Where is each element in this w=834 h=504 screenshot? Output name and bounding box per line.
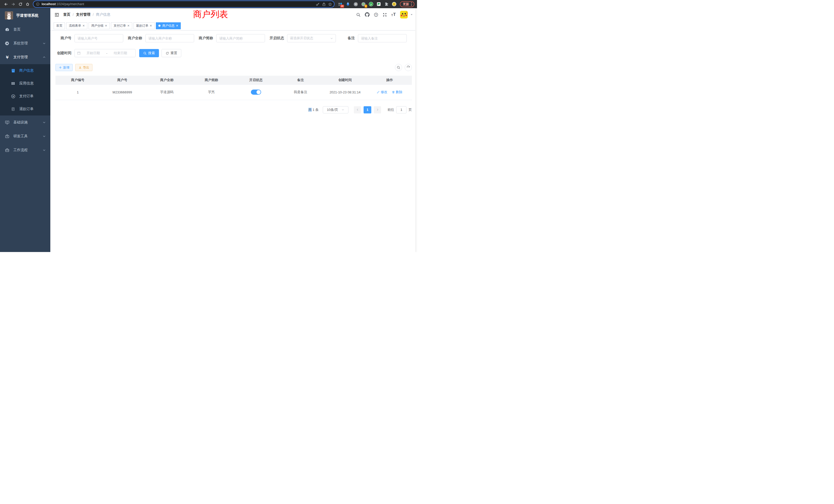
full-name-input[interactable] <box>145 34 194 42</box>
tab-refund-order[interactable]: 退款订单 ✕ <box>133 22 155 29</box>
table-toolbar: 新增 导出 <box>56 64 412 71</box>
fullscreen-icon[interactable] <box>382 13 387 17</box>
page-annotation-title: 商户列表 <box>193 8 228 20</box>
share-icon[interactable] <box>321 1 327 7</box>
app-logo-rabbit <box>5 11 13 20</box>
browser-home-button[interactable] <box>24 1 31 7</box>
sidebar-item-pay-order[interactable]: ￥ 支付订单 <box>0 90 50 102</box>
start-date-placeholder: 开始日期 <box>81 51 106 55</box>
url-text: localhost:1024/pay/merchant <box>42 2 314 6</box>
browser-toolbar: localhost:1024/pay/merchant 10 ⌘ 1 y 更新 <box>0 0 417 8</box>
sidebar-item-system[interactable]: 系统管理 <box>0 37 50 50</box>
tab-process-form[interactable]: 流程表单 ✕ <box>66 22 87 29</box>
sidebar-item-workflow[interactable]: 工作流程 <box>0 143 50 157</box>
edit-link[interactable]: 修改 <box>377 90 387 94</box>
sidebar-item-infrastructure[interactable]: 基础设施 <box>0 115 50 129</box>
sidebar-fold-icon[interactable] <box>54 12 59 17</box>
search-icon[interactable] <box>356 13 360 17</box>
browser-profile-avatar[interactable] <box>391 1 397 7</box>
export-button-label: 导出 <box>83 65 89 70</box>
merchant-no-input[interactable] <box>74 34 123 42</box>
extension-y-icon[interactable]: y <box>368 1 374 7</box>
sidebar-item-refund-order[interactable]: 退款订单 <box>0 102 50 115</box>
sidebar-item-dev-tools[interactable]: 研发工具 <box>0 129 50 143</box>
extension-badge: 10 <box>340 5 344 8</box>
next-page-button[interactable] <box>374 106 381 113</box>
user-avatar[interactable] <box>400 11 408 19</box>
sidebar-item-merchant-info[interactable]: 商户信息 <box>0 64 50 77</box>
download-icon <box>79 66 82 69</box>
goto-suffix: 页 <box>409 108 412 112</box>
breadcrumb-payment[interactable]: 支付管理 <box>76 12 90 17</box>
tab-close-icon[interactable]: ✕ <box>83 24 85 27</box>
extension-command-icon[interactable]: ⌘ <box>353 1 359 7</box>
font-size-icon[interactable]: TT <box>391 13 396 17</box>
prev-page-button[interactable] <box>354 106 361 113</box>
search-button[interactable]: 搜索 <box>139 49 159 57</box>
browser-update-button[interactable]: 更新 <box>400 1 414 7</box>
show-search-toggle-button[interactable] <box>395 64 402 71</box>
add-button[interactable]: 新增 <box>56 64 73 71</box>
tab-close-icon[interactable]: ✕ <box>127 24 129 27</box>
extensions-puzzle-icon[interactable] <box>383 1 390 7</box>
sidebar-item-label: 基础设施 <box>13 120 28 125</box>
dashboard-icon <box>5 27 10 32</box>
col-create-time: 创建时间 <box>323 76 368 85</box>
tab-close-icon[interactable]: ✕ <box>176 24 178 27</box>
extension-recorder-icon[interactable]: 1 <box>360 1 367 7</box>
select-caret-icon <box>330 37 333 40</box>
shop-icon <box>10 69 16 73</box>
tab-merchant-info-active[interactable]: 商户信息 ✕ <box>156 22 181 29</box>
breadcrumb-separator: / <box>73 13 74 17</box>
chevron-down-icon <box>43 121 46 124</box>
browser-forward-button[interactable] <box>10 1 17 7</box>
avatar-caret-icon[interactable] <box>410 13 413 16</box>
scrollbar-track[interactable] <box>415 8 417 252</box>
export-button[interactable]: 导出 <box>75 64 92 71</box>
col-actions: 操作 <box>368 76 412 85</box>
filter-short-name: 商户简称 <box>197 34 265 42</box>
sidebar-item-app-info[interactable]: 应用信息 <box>0 77 50 90</box>
tab-close-icon[interactable]: ✕ <box>150 24 152 27</box>
browser-reload-button[interactable] <box>17 1 24 7</box>
github-icon[interactable] <box>365 12 370 17</box>
delete-link[interactable]: 删除 <box>392 90 402 94</box>
page-size-select[interactable]: 10条/页 <box>323 106 348 113</box>
active-tab-dot <box>158 25 160 27</box>
reset-button[interactable]: 重置 <box>161 49 181 57</box>
browser-back-button[interactable] <box>3 1 9 7</box>
sidebar-item-payment[interactable]: ￥ 支付管理 <box>0 50 50 64</box>
tab-close-icon[interactable]: ✕ <box>105 24 107 27</box>
url-bar[interactable]: localhost:1024/pay/merchant <box>34 1 334 7</box>
goto-page-input[interactable] <box>396 106 407 113</box>
sidebar-item-home[interactable]: 首页 <box>0 23 50 37</box>
status-switch-on[interactable] <box>251 90 261 95</box>
monitor-icon <box>5 120 10 125</box>
back-arrow-icon <box>4 2 8 6</box>
tab-home[interactable]: 首页 <box>54 22 65 29</box>
toolbox-icon <box>5 134 10 139</box>
breadcrumb-home[interactable]: 首页 <box>63 12 70 17</box>
tags-view-bar: 首页 流程表单 ✕ 用户分组 ✕ 支付订单 ✕ 退款订单 ✕ 商户信息 ✕ <box>50 21 417 30</box>
tab-user-group[interactable]: 用户分组 ✕ <box>89 22 110 29</box>
refresh-table-button[interactable] <box>405 64 412 71</box>
sidebar-item-label: 首页 <box>13 27 21 32</box>
add-button-label: 新增 <box>63 65 69 70</box>
remark-input[interactable] <box>358 34 407 42</box>
short-name-input[interactable] <box>216 34 265 42</box>
tab-label: 商户信息 <box>162 24 175 28</box>
page-info-icon[interactable] <box>36 2 40 6</box>
extension-flag-icon[interactable] <box>376 1 382 7</box>
tab-pay-order[interactable]: 支付订单 ✕ <box>111 22 132 29</box>
extension-kite-icon[interactable] <box>345 1 351 7</box>
password-key-icon[interactable] <box>314 1 321 7</box>
help-icon[interactable]: ? <box>374 13 378 17</box>
bookmark-star-icon[interactable] <box>327 1 333 7</box>
browser-menu-kebab-icon[interactable] <box>410 2 413 6</box>
extension-blocks-icon[interactable]: 10 <box>337 1 343 7</box>
sidebar-menu: 首页 系统管理 ￥ 支付管理 <box>0 23 50 157</box>
sidebar-logo-row[interactable]: 芋道管理系统 <box>0 8 50 23</box>
page-number-current[interactable]: 1 <box>364 106 371 113</box>
date-range-picker[interactable]: 开始日期 - 结束日期 <box>74 49 136 57</box>
status-select[interactable]: 请选择开启状态 <box>287 34 336 42</box>
